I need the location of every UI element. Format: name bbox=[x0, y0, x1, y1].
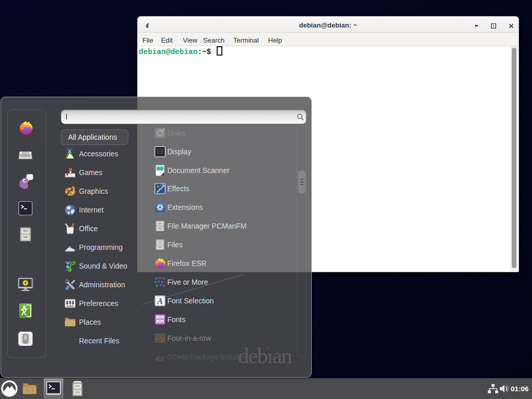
svg-text:a: a bbox=[161, 316, 163, 320]
svg-text:a: a bbox=[161, 320, 163, 324]
svg-text:A: A bbox=[157, 297, 163, 305]
